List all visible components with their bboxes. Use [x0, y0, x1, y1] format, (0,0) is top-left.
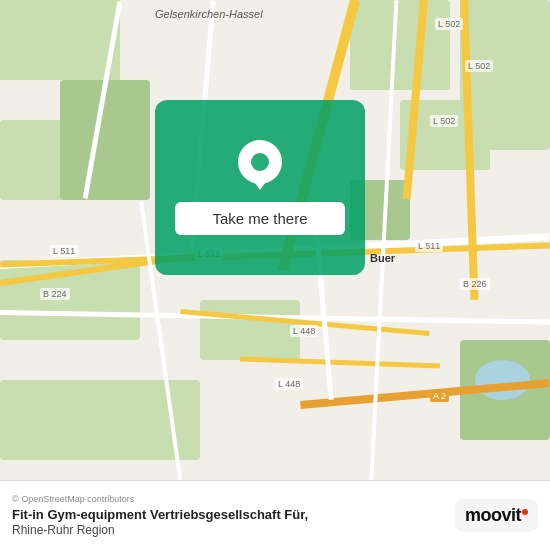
moovit-logo-dot	[522, 509, 528, 515]
moovit-logo-text: moovit	[465, 505, 521, 526]
region-label: Gelsenkirchen-Hassel	[155, 8, 263, 20]
take-me-there-button[interactable]: Take me there	[175, 202, 345, 235]
green-area-1	[0, 0, 120, 80]
location-pin-icon	[238, 140, 282, 192]
road-label-b224: B 224	[40, 288, 70, 300]
bottom-info: © OpenStreetMap contributors Fit-in Gym-…	[12, 494, 443, 538]
road-label-a2: A 2	[430, 390, 449, 402]
water-1	[475, 360, 530, 400]
green-area-9	[200, 300, 300, 360]
road-label-l511c: L 511	[415, 240, 443, 252]
map-container: Gelsenkirchen-Hassel Buer L 502 L 502 L …	[0, 0, 550, 550]
green-area-5	[350, 0, 450, 90]
map-attribution: © OpenStreetMap contributors	[12, 494, 443, 504]
road-label-l502c: L 502	[430, 115, 458, 127]
road-label-l511a: L 511	[50, 245, 78, 257]
bottom-bar: © OpenStreetMap contributors Fit-in Gym-…	[0, 480, 550, 550]
road-label-l502a: L 502	[435, 18, 463, 30]
place-label-buer: Buer	[370, 252, 395, 264]
location-title: Fit-in Gym-equipment Vertriebsgesellscha…	[12, 507, 443, 524]
route-overlay: Take me there	[155, 100, 365, 275]
location-subtitle: Rhine-Ruhr Region	[12, 523, 443, 537]
road-label-l448a: L 448	[290, 325, 318, 337]
road-label-l448b: L 448	[275, 378, 303, 390]
road-label-l502b: L 502	[465, 60, 493, 72]
road-label-b226: B 226	[460, 278, 490, 290]
moovit-logo: moovit	[455, 499, 538, 532]
